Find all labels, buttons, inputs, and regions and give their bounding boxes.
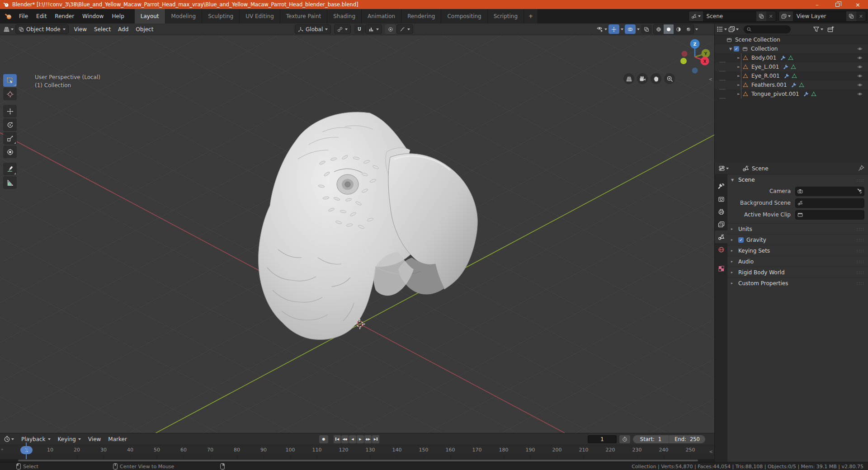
menu-render[interactable]: Render bbox=[51, 13, 78, 19]
timeline-corner-toggle[interactable]: < bbox=[709, 449, 713, 454]
panel-rigid-body-world[interactable]: ▸ Rigid Body World :::: bbox=[727, 267, 868, 277]
outliner-row-collection[interactable]: ▼ ✓ Collection bbox=[715, 44, 868, 53]
tool-scale[interactable] bbox=[3, 132, 17, 145]
overlays-dropdown[interactable] bbox=[637, 28, 640, 30]
scene-selector[interactable]: Scene ✕ bbox=[689, 11, 776, 22]
search-input[interactable] bbox=[754, 26, 785, 32]
close-button[interactable]: × bbox=[848, 0, 868, 9]
menu-help[interactable]: Help bbox=[108, 13, 128, 19]
tab-world[interactable] bbox=[715, 243, 727, 256]
tab-scene[interactable] bbox=[715, 230, 727, 243]
frame-start-field[interactable]: Start: 1 bbox=[633, 435, 669, 443]
tool-measure[interactable] bbox=[3, 176, 17, 189]
menu-file[interactable]: File bbox=[15, 13, 32, 19]
current-frame-field[interactable]: 1 bbox=[588, 435, 617, 443]
snap-toggle[interactable] bbox=[354, 24, 365, 34]
playhead-line[interactable] bbox=[26, 442, 27, 460]
visibility-dropdown[interactable] bbox=[597, 26, 607, 33]
background-scene-field[interactable] bbox=[795, 198, 864, 208]
viewport-menu-select[interactable]: Select bbox=[90, 26, 114, 33]
timeline-menu-marker[interactable]: Marker bbox=[108, 436, 127, 442]
panel-grip[interactable]: :::: bbox=[857, 248, 864, 253]
xray-toggle[interactable] bbox=[641, 24, 652, 34]
pivot-point-dropdown[interactable] bbox=[334, 24, 351, 34]
camera-view-button[interactable] bbox=[637, 73, 648, 84]
active-movie-clip-field[interactable] bbox=[795, 210, 864, 220]
workspace-tab-animation[interactable]: Animation bbox=[362, 9, 401, 24]
maximize-button[interactable] bbox=[827, 0, 848, 9]
timeline-ruler[interactable]: 1 < 102030405060708090100110120130140150… bbox=[0, 445, 714, 455]
new-view-layer-button[interactable] bbox=[846, 11, 856, 21]
jump-to-start-button[interactable]: ◀ bbox=[334, 435, 341, 443]
use-preview-range-button[interactable] bbox=[619, 435, 630, 443]
gravity-checkbox[interactable]: ✓ bbox=[738, 237, 744, 243]
tab-tool[interactable] bbox=[715, 180, 727, 193]
eye-icon[interactable] bbox=[857, 73, 863, 79]
menu-edit[interactable]: Edit bbox=[32, 13, 51, 19]
pin-icon[interactable] bbox=[858, 165, 864, 172]
new-collection-button[interactable] bbox=[827, 26, 834, 33]
viewport-menu-add[interactable]: Add bbox=[114, 26, 132, 33]
collection-checkbox[interactable]: ✓ bbox=[734, 46, 739, 52]
jump-to-end-button[interactable]: ▶ bbox=[372, 435, 379, 443]
panel-grip[interactable]: :::: bbox=[857, 270, 864, 275]
scene-name[interactable]: Scene bbox=[703, 11, 756, 21]
editor-type-dropdown[interactable] bbox=[3, 26, 14, 33]
shading-solid-button[interactable] bbox=[664, 24, 674, 34]
gizmo-dropdown[interactable] bbox=[621, 28, 623, 30]
record-button[interactable]: ● bbox=[319, 435, 328, 443]
panel-grip[interactable]: :::: bbox=[857, 281, 864, 286]
outliner-row-tongue_pivot-001[interactable]: ► Tongue_pivot.001 bbox=[715, 89, 868, 99]
panel-grip[interactable]: :::: bbox=[857, 237, 864, 242]
timeline-menu-playback[interactable]: Playback bbox=[21, 436, 51, 442]
object-name[interactable]: Body.001 bbox=[751, 55, 776, 61]
tab-output[interactable] bbox=[715, 205, 727, 218]
parrot-head-model[interactable] bbox=[255, 108, 487, 343]
transform-orientation-dropdown[interactable]: Global bbox=[295, 24, 331, 34]
object-name[interactable]: Feathers.001 bbox=[751, 82, 787, 88]
zoom-view-button[interactable] bbox=[664, 73, 675, 84]
viewport-3d[interactable]: User Perspective (Local) (1) Collection bbox=[0, 35, 714, 433]
camera-field[interactable] bbox=[795, 187, 864, 196]
play-reverse-button[interactable]: ◀ bbox=[349, 435, 356, 443]
panel-gravity[interactable]: ▸ ✓Gravity :::: bbox=[727, 234, 868, 245]
workspace-tab-scripting[interactable]: Scripting bbox=[488, 9, 524, 24]
sidebar-toggle[interactable]: < bbox=[709, 77, 712, 82]
panel-grip[interactable]: :::: bbox=[857, 178, 864, 183]
play-button[interactable]: ▶ bbox=[357, 435, 364, 443]
blender-menu-logo-icon[interactable] bbox=[5, 13, 12, 20]
outliner-row-eye_r-001[interactable]: ► Eye_R.001 bbox=[715, 71, 868, 80]
tool-move[interactable] bbox=[3, 105, 17, 118]
eye-icon[interactable] bbox=[857, 46, 863, 52]
tool-transform[interactable] bbox=[3, 146, 17, 158]
object-name[interactable]: Tongue_pivot.001 bbox=[751, 91, 799, 97]
menu-window[interactable]: Window bbox=[78, 13, 108, 19]
scene-collection-label[interactable]: Scene Collection bbox=[735, 37, 780, 43]
outliner-row-body-001[interactable]: ► Body.001 bbox=[715, 53, 868, 62]
snap-target-dropdown[interactable] bbox=[365, 24, 382, 34]
workspace-tab-sculpting[interactable]: Sculpting bbox=[202, 9, 240, 24]
unlink-scene-button[interactable]: ✕ bbox=[766, 11, 776, 21]
viewport-menu-object[interactable]: Object bbox=[132, 26, 157, 33]
panel-grip[interactable]: :::: bbox=[857, 226, 864, 231]
panel-grip[interactable]: :::: bbox=[857, 259, 864, 264]
outliner-row-eye_l-001[interactable]: ► Eye_L.001 bbox=[715, 62, 868, 71]
outliner-filter-images-dropdown[interactable] bbox=[728, 26, 739, 33]
workspace-tab-modeling[interactable]: Modeling bbox=[165, 9, 203, 24]
object-name[interactable]: Eye_L.001 bbox=[751, 64, 779, 70]
timeline-expand-arrow[interactable]: » bbox=[1, 447, 4, 451]
timeline-menu-view[interactable]: View bbox=[88, 436, 101, 442]
outliner-display-mode-dropdown[interactable] bbox=[717, 26, 727, 33]
viewport-menu-view[interactable]: View bbox=[71, 26, 90, 33]
timeline-editor-type-dropdown[interactable] bbox=[4, 436, 14, 442]
tool-rotate[interactable] bbox=[3, 118, 17, 131]
panel-custom-properties[interactable]: ▸ Custom Properties :::: bbox=[727, 277, 868, 288]
eye-icon[interactable] bbox=[857, 55, 863, 61]
panel-audio[interactable]: ▸ Audio :::: bbox=[727, 256, 868, 267]
tab-texture[interactable] bbox=[715, 262, 727, 275]
timeline-scrollbar-thumb[interactable] bbox=[18, 460, 698, 461]
view-layer-selector[interactable]: View Layer ✕ bbox=[778, 11, 866, 22]
falloff-dropdown[interactable] bbox=[396, 24, 413, 34]
eye-icon[interactable] bbox=[857, 82, 863, 88]
properties-editor-type-dropdown[interactable] bbox=[718, 165, 729, 172]
